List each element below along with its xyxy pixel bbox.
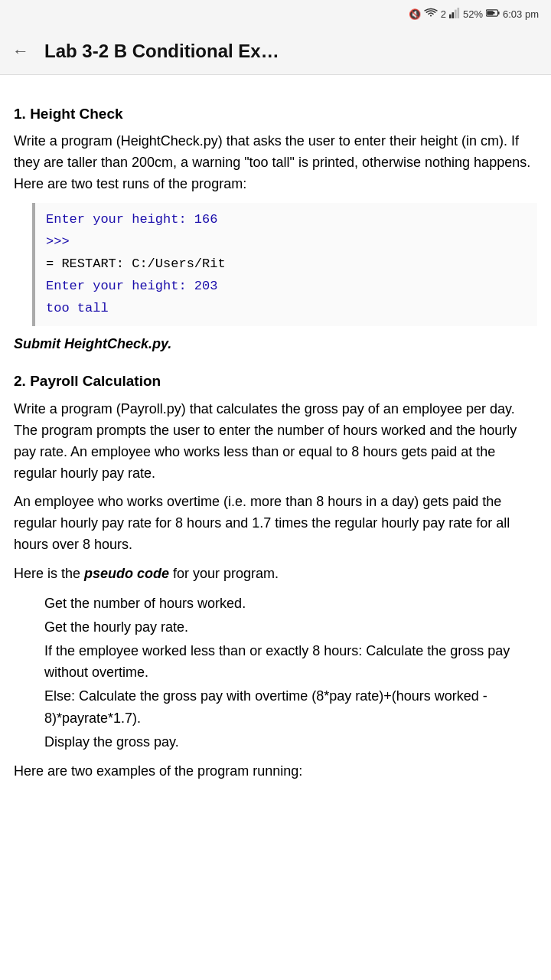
code-line-1: Enter your height: 166 [46, 209, 527, 231]
main-content: 1. Height Check Write a program (HeightC… [0, 75, 551, 802]
section-2-body1: Write a program (Payroll.py) that calcul… [14, 399, 537, 485]
section-2-body4: Here are two examples of the program run… [14, 761, 537, 782]
signal-bars [449, 8, 460, 21]
wifi-icon [424, 8, 438, 21]
back-button[interactable]: ← [12, 41, 29, 61]
code-line-3: = RESTART: C:/Users/Rit [46, 253, 527, 276]
code-line-2: >>> [46, 231, 527, 253]
sim-number: 2 [441, 8, 446, 20]
pseudo-line-4: Else: Calculate the gross pay with overt… [44, 685, 537, 730]
submit-line: Submit HeightCheck.py. [14, 334, 537, 355]
svg-rect-6 [487, 11, 493, 15]
mute-icon: 🔇 [409, 8, 421, 20]
pseudo-code-block: Get the number of hours worked. Get the … [44, 593, 537, 753]
status-icons: 🔇 2 52% [409, 8, 539, 21]
code-block-1: Enter your height: 166 >>> = RESTART: C:… [32, 203, 537, 325]
pseudo-line-1: Get the number of hours worked. [44, 593, 537, 615]
code-line-4: Enter your height: 203 [46, 276, 527, 298]
battery-icon [486, 8, 500, 20]
section-1-body: Write a program (HeightCheck.py) that as… [14, 131, 537, 195]
pseudo-line-3: If the employee worked less than or exac… [44, 640, 537, 684]
battery-percent: 52% [463, 8, 483, 20]
code-line-5: too tall [46, 298, 527, 320]
section-1-title: 1. Height Check [14, 103, 537, 125]
section-2-body3: Here is the pseudo code for your program… [14, 564, 537, 585]
nav-bar: ← Lab 3-2 B Conditional Ex… [0, 28, 551, 75]
section-2-title: 2. Payroll Calculation [14, 370, 537, 392]
time-display: 6:03 pm [503, 8, 539, 20]
section-2-body2: An employee who works overtime (i.e. mor… [14, 492, 537, 556]
svg-rect-2 [455, 9, 457, 18]
pseudo-code-label: pseudo code [84, 566, 169, 581]
svg-rect-3 [457, 8, 459, 18]
svg-rect-5 [498, 11, 500, 14]
pseudo-line-5: Display the gross pay. [44, 731, 537, 753]
svg-rect-0 [449, 14, 452, 18]
svg-rect-1 [452, 12, 454, 18]
section-2: 2. Payroll Calculation Write a program (… [14, 370, 537, 782]
status-bar: 🔇 2 52% [0, 0, 551, 28]
section-1: 1. Height Check Write a program (HeightC… [14, 103, 537, 354]
pseudo-line-2: Get the hourly pay rate. [44, 616, 537, 639]
page-title: Lab 3-2 B Conditional Ex… [44, 41, 279, 62]
